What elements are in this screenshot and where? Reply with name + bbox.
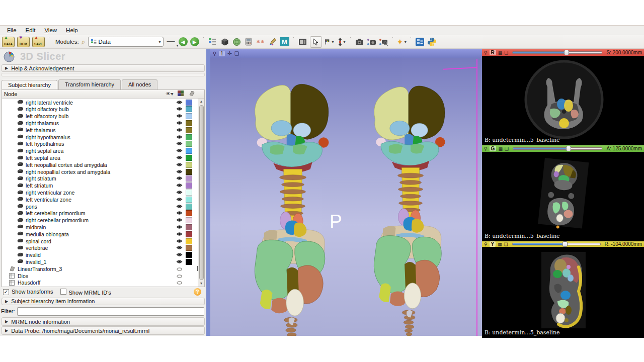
visibility-eye-icon[interactable]: [173, 162, 186, 168]
scene-view-restore-button[interactable]: [379, 37, 388, 47]
color-swatch[interactable]: [186, 197, 192, 203]
green-slice-offset-slider[interactable]: [513, 146, 602, 151]
visibility-eye-icon[interactable]: [173, 252, 186, 258]
color-swatch[interactable]: [186, 175, 192, 182]
screenshot-button[interactable]: [355, 37, 364, 47]
data-probe-section[interactable]: ▶ Data Probe: /home/maga/Documents/monai…: [2, 326, 205, 335]
module-selector-combobox[interactable]: Data ▾: [88, 37, 164, 47]
slider-handle[interactable]: [562, 241, 568, 247]
visibility-eye-icon[interactable]: [173, 113, 186, 119]
tree-row[interactable]: medulla oblongata: [2, 231, 204, 238]
monai-module-button[interactable]: M: [280, 37, 289, 46]
slider-handle[interactable]: [566, 146, 571, 151]
red-slice-controller-bar[interactable]: ⚲ R ▦ ❏ S: 200.0000mm: [482, 49, 644, 56]
tree-row[interactable]: invalid: [2, 251, 204, 258]
color-column-icon[interactable]: [175, 90, 186, 97]
color-swatch[interactable]: [186, 155, 192, 161]
visibility-hidden-icon[interactable]: [173, 273, 186, 279]
visibility-eye-icon[interactable]: [173, 120, 186, 126]
maximize-view-icon[interactable]: ❏: [234, 51, 239, 56]
color-swatch[interactable]: [186, 238, 192, 244]
item-information-section[interactable]: ▶ Subject hierarchy item information: [2, 298, 205, 305]
tree-row[interactable]: right thalamus: [2, 120, 204, 127]
visibility-eye-icon[interactable]: [173, 134, 186, 140]
visibility-eye-icon[interactable]: [173, 169, 186, 175]
module-search-icon[interactable]: ⌕: [82, 38, 86, 46]
tree-row[interactable]: vertebrae: [2, 244, 204, 251]
transform-column-icon[interactable]: [186, 90, 197, 97]
visibility-hidden-icon[interactable]: [173, 266, 186, 272]
tree-row[interactable]: right ventricular zone: [2, 189, 204, 196]
color-swatch[interactable]: [186, 204, 192, 210]
markups-asterisk-button[interactable]: ✱✱: [256, 37, 266, 47]
tree-header-row[interactable]: Node 👁▾: [2, 90, 204, 99]
python-console-button[interactable]: [427, 37, 437, 47]
tab-subject-hierarchy[interactable]: Subject hierarchy: [2, 80, 57, 90]
menu-item-file[interactable]: File: [3, 26, 21, 34]
mouse-interaction-mode-button[interactable]: [310, 36, 322, 48]
segment-statistics-button[interactable]: [244, 37, 254, 47]
link-views-icon[interactable]: ▦: [498, 50, 503, 55]
visibility-eye-icon[interactable]: [173, 245, 186, 251]
markups-place-button[interactable]: ✦ ▾: [397, 37, 407, 47]
visibility-column-icon[interactable]: 👁▾: [164, 91, 175, 97]
visibility-eye-icon[interactable]: [173, 224, 186, 230]
visibility-eye-icon[interactable]: [173, 127, 186, 133]
link-views-icon[interactable]: ▦: [498, 146, 503, 151]
color-swatch[interactable]: [186, 259, 192, 265]
color-swatch[interactable]: [186, 127, 192, 133]
maximize-view-icon[interactable]: ❏: [505, 146, 509, 151]
pin-icon[interactable]: ⚲: [484, 242, 488, 247]
tree-row[interactable]: left olfacotory bulb: [2, 113, 204, 120]
layout-selector-button[interactable]: [298, 37, 307, 47]
color-swatch[interactable]: [186, 210, 192, 216]
tree-row[interactable]: right septal area: [2, 147, 204, 154]
green-slice-controller-bar[interactable]: ⚲ G ▦ ❏ A: 125.0000mm: [482, 145, 644, 152]
color-swatch[interactable]: [186, 134, 192, 140]
menu-item-help[interactable]: Help: [62, 26, 82, 34]
tab-transform-hierarchy[interactable]: Transform hierarchy: [58, 79, 121, 89]
maximize-view-icon[interactable]: ❏: [504, 50, 508, 55]
annotations-button[interactable]: [268, 37, 278, 47]
visibility-eye-icon[interactable]: [173, 204, 186, 210]
tree-row[interactable]: right striatum: [2, 175, 204, 183]
show-mrml-ids-checkbox[interactable]: Show MRML ID's: [60, 289, 111, 296]
color-swatch[interactable]: [186, 113, 192, 119]
visibility-eye-icon[interactable]: [173, 231, 186, 237]
visibility-eye-icon[interactable]: [173, 175, 186, 182]
tab-all-nodes[interactable]: All nodes: [122, 79, 157, 89]
scroll-up-icon[interactable]: ▲: [200, 99, 203, 105]
visibility-eye-icon[interactable]: [173, 259, 186, 265]
visibility-eye-icon[interactable]: [173, 238, 186, 244]
visibility-eye-icon[interactable]: [173, 217, 186, 223]
tree-row[interactable]: Hausdorff: [2, 279, 204, 286]
tree-scrollbar[interactable]: ▲ ▼: [198, 99, 204, 287]
filter-input[interactable]: [17, 307, 205, 316]
yellow-slice-offset-slider[interactable]: [512, 242, 601, 246]
volume-rendering-button[interactable]: [220, 37, 229, 47]
dicom-button[interactable]: ✱ DCM: [17, 37, 30, 47]
slider-handle[interactable]: [564, 50, 569, 55]
color-swatch[interactable]: [186, 148, 192, 154]
mrml-node-information-section[interactable]: ▶ MRML node information: [2, 317, 205, 326]
tree-row[interactable]: right cerebellar primordium: [2, 217, 204, 224]
tree-row[interactable]: right hypothamalus: [2, 134, 204, 141]
color-swatch[interactable]: [186, 217, 192, 223]
tree-row[interactable]: left thalamus: [2, 127, 204, 134]
color-swatch[interactable]: [186, 252, 192, 258]
menu-item-view[interactable]: View: [40, 26, 61, 34]
visibility-eye-icon[interactable]: [173, 141, 186, 147]
green-slice-view[interactable]: B: undetermin...5_baseline: [482, 152, 644, 241]
threed-view-controller-bar[interactable]: ⚲ 1 ✛ ❏: [210, 49, 482, 58]
data-module-shortcut-button[interactable]: [208, 37, 217, 47]
scroll-down-icon[interactable]: ▼: [200, 281, 203, 287]
color-swatch[interactable]: [186, 120, 192, 126]
yellow-slice-view[interactable]: B: undetermin...5_baseline: [482, 247, 644, 338]
color-swatch[interactable]: [186, 224, 192, 230]
visibility-eye-icon[interactable]: [173, 148, 186, 154]
panel-splitter-handle[interactable]: [206, 49, 210, 336]
save-button[interactable]: ▲ SAVE: [32, 37, 45, 47]
visibility-hidden-icon[interactable]: [173, 280, 186, 286]
tree-row[interactable]: right olfactory bulb: [2, 106, 204, 113]
tree-row[interactable]: right lateral ventricle: [2, 99, 204, 106]
